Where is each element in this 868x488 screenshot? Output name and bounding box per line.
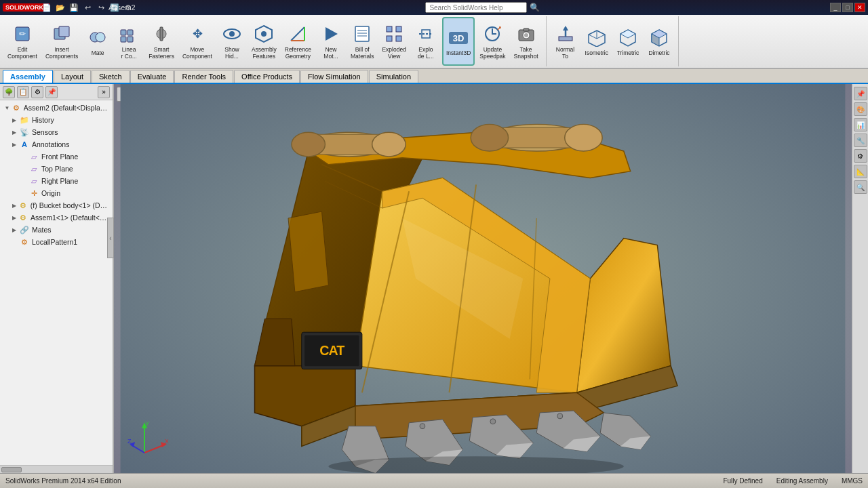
tree-top-plane-label: Top Plane (41, 165, 73, 173)
tree-assem1-expand[interactable]: ▶ (9, 213, 18, 222)
move-component-button[interactable]: ✥ MoveComponent (179, 17, 216, 66)
exploded-view-button[interactable]: ExplodedView (378, 17, 409, 66)
new-motion-button[interactable]: NewMot... (316, 17, 346, 66)
isometric-icon (586, 26, 608, 48)
svg-rect-28 (396, 36, 401, 41)
panel-tool-featuremanager[interactable]: 🌳 (3, 86, 15, 98)
edit-component-icon: ✏ (12, 23, 33, 45)
qat-redo[interactable]: ↪ (95, 2, 107, 13)
tree-history-label: History (32, 116, 54, 124)
right-panel-btn-4[interactable]: 🔧 (854, 134, 867, 147)
minimize-button[interactable]: _ (830, 3, 841, 12)
show-hide-label: ShowHid... (224, 46, 239, 60)
tree-item-history[interactable]: ▶ 📁 History (0, 114, 113, 126)
edit-component-button[interactable]: ✏ EditComponent (4, 17, 41, 66)
panel-tool-configmanager[interactable]: ⚙ (31, 86, 43, 98)
qat-open[interactable]: 📂 (54, 2, 66, 13)
reference-geometry-button[interactable]: ReferenceGeometry (281, 17, 315, 66)
tree-bucket-label: (f) Bucket body<1> (Defa... (31, 201, 110, 209)
tree-front-plane-label: Front Plane (41, 152, 78, 161)
tree-root[interactable]: ▼ ⚙ Assem2 (Default<Display S... (0, 102, 113, 114)
tab-evaluate[interactable]: Evaluate (130, 70, 174, 83)
right-panel-btn-5[interactable]: ⚙ (854, 149, 867, 163)
tab-simulation[interactable]: Simulation (369, 70, 418, 83)
tree-item-sensors[interactable]: ▶ 📡 Sensors (0, 126, 113, 138)
qat-undo[interactable]: ↩ (81, 2, 94, 13)
right-panel-btn-3[interactable]: 📊 (854, 118, 867, 131)
tree-item-front-plane[interactable]: ▶ ▱ Front Plane (0, 150, 113, 163)
linear-component-button[interactable]: Linear Co... (114, 17, 144, 66)
qat-save[interactable]: 💾 (68, 2, 80, 13)
tree-root-expand[interactable]: ▼ (3, 103, 12, 113)
isometric-button[interactable]: Isometric (582, 17, 612, 66)
restore-button[interactable]: □ (842, 3, 853, 12)
tree-item-top-plane[interactable]: ▶ ▱ Top Plane (0, 163, 113, 175)
tree-annotations-expand[interactable]: ▶ (9, 140, 19, 149)
tab-sketch[interactable]: Sketch (92, 70, 130, 83)
exploded-view-icon (383, 23, 405, 45)
normal-to-button[interactable]: NormalTo (551, 17, 580, 66)
tree-bucket-expand[interactable]: ▶ (9, 201, 18, 210)
dimetric-button[interactable]: Dimetric (644, 17, 674, 66)
panel-collapse[interactable]: » (98, 86, 110, 98)
tree-item-annotations[interactable]: ▶ A Annotations (0, 138, 113, 150)
statusbar: SolidWorks Premium 2014 x64 Edition Full… (0, 473, 868, 488)
take-snapshot-icon (515, 23, 537, 45)
show-hide-button[interactable]: ShowHid... (217, 17, 247, 66)
mate-button[interactable]: Mate (83, 17, 113, 66)
right-panel-btn-7[interactable]: 🔍 (854, 180, 867, 194)
bill-of-materials-label: Bill ofMaterials (351, 46, 374, 60)
right-panel-btn-2[interactable]: 🎨 (854, 102, 867, 116)
tree-history-expand[interactable]: ▶ (9, 115, 19, 125)
bill-of-materials-button[interactable]: Bill ofMaterials (347, 17, 377, 66)
horizontal-scrollbar[interactable] (0, 465, 113, 473)
explo-line-label: Explode L... (418, 46, 434, 60)
qat-rebuild[interactable]: 🔄 (108, 2, 121, 13)
svg-point-14 (229, 31, 235, 37)
search-input[interactable] (425, 2, 527, 13)
viewport[interactable]: ⊕ ⊖ ↻ ⧈ ▣ ◱ ☀ 🎨 ⋯ (114, 84, 852, 473)
insert-components-button[interactable]: InsertComponents (42, 17, 81, 66)
tab-assembly[interactable]: Assembly (3, 70, 53, 83)
tab-flow-simulation[interactable]: Flow Simulation (300, 70, 368, 83)
right-panel-btn-1[interactable]: 📌 (854, 87, 867, 100)
assembly-features-button[interactable]: AssemblyFeatures (248, 17, 280, 66)
qat-new[interactable]: 📄 (41, 2, 53, 13)
close-button[interactable]: ✕ (854, 3, 865, 12)
new-motion-icon (320, 23, 342, 45)
tree-item-mates[interactable]: ▶ 🔗 Mates (0, 224, 113, 236)
explo-line-button[interactable]: Explode L... (411, 17, 441, 66)
panel-resize-handle[interactable]: ‹ (107, 218, 114, 258)
instant3d-button[interactable]: 3D Instant3D (442, 17, 475, 66)
ribbon-group-main: ✏ EditComponent InsertComponents (0, 16, 547, 66)
svg-rect-7 (127, 30, 133, 35)
statusbar-right: Fully Defined Editing Assembly MMGS (723, 477, 863, 485)
update-speedpak-button[interactable]: UpdateSpeedpak (476, 17, 509, 66)
tree-item-bucket-body[interactable]: ▶ ⚙ (f) Bucket body<1> (Defa... (0, 199, 113, 211)
panel-tool-propertymanager[interactable]: 📋 (17, 86, 29, 98)
assembly-features-label: AssemblyFeatures (252, 46, 277, 60)
right-panel-btn-6[interactable]: 📐 (854, 165, 867, 178)
tab-render-tools[interactable]: Render Tools (174, 70, 233, 83)
svg-text:Z: Z (127, 438, 132, 445)
tree-right-plane-label: Right Plane (41, 177, 78, 185)
tree-item-origin[interactable]: ▶ ✛ Origin (0, 187, 113, 199)
tree-item-assem1[interactable]: ▶ ⚙ Assem1<1> (Default<Dis... (0, 211, 113, 224)
smart-fasteners-button[interactable]: SmartFasteners (145, 17, 178, 66)
tree-mates-expand[interactable]: ▶ (9, 225, 19, 235)
tree-item-right-plane[interactable]: ▶ ▱ Right Plane (0, 175, 113, 187)
svg-point-36 (524, 33, 528, 37)
reference-geometry-icon (287, 23, 309, 45)
tree-item-local-pattern[interactable]: ▶ ⚙ LocallPattern1 (0, 236, 113, 248)
search-icon[interactable]: 🔍 (530, 3, 540, 12)
scroll-thumb[interactable] (1, 467, 22, 472)
qat-options[interactable]: ⚙ (122, 2, 134, 13)
trimetric-icon (617, 26, 639, 48)
tab-layout[interactable]: Layout (54, 70, 91, 83)
tree-sensors-expand[interactable]: ▶ (9, 127, 19, 137)
panel-tool-dxmanager[interactable]: 📌 (45, 86, 58, 98)
tab-office-products[interactable]: Office Products (234, 70, 300, 83)
trimetric-button[interactable]: Trimetric (613, 17, 643, 66)
new-motion-label: NewMot... (323, 46, 338, 60)
take-snapshot-button[interactable]: TakeSnapshot (511, 17, 542, 66)
